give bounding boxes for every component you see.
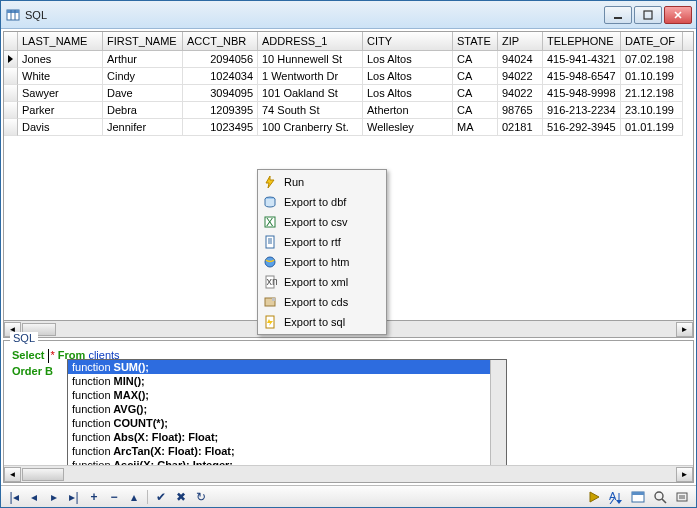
prev-record-button[interactable]: ◂ <box>25 489 43 505</box>
cell[interactable]: 98765 <box>498 102 543 119</box>
col-first-name[interactable]: FIRST_NAME <box>103 32 183 50</box>
menu-item[interactable]: Export to htm <box>260 252 384 272</box>
scroll-thumb[interactable] <box>22 468 64 481</box>
table-row[interactable]: ParkerDebra120939574 South StAthertonCA9… <box>4 102 693 119</box>
cell[interactable]: Parker <box>18 102 103 119</box>
cell[interactable]: 1023495 <box>183 119 258 136</box>
table-edit-icon[interactable] <box>628 488 648 506</box>
col-date[interactable]: DATE_OF <box>621 32 683 50</box>
last-record-button[interactable]: ▸| <box>65 489 83 505</box>
suggest-item[interactable]: function MIN(); <box>68 374 506 388</box>
col-zip[interactable]: ZIP <box>498 32 543 50</box>
cell[interactable]: Jones <box>18 51 103 68</box>
cell[interactable]: Cindy <box>103 68 183 85</box>
col-telephone[interactable]: TELEPHONE <box>543 32 621 50</box>
suggest-item[interactable]: function Abs(X: Float): Float; <box>68 430 506 444</box>
col-acct-nbr[interactable]: ACCT_NBR <box>183 32 258 50</box>
cell[interactable]: 02181 <box>498 119 543 136</box>
maximize-button[interactable] <box>634 6 662 24</box>
suggest-item[interactable]: function MAX(); <box>68 388 506 402</box>
cell[interactable]: 1209395 <box>183 102 258 119</box>
col-address[interactable]: ADDRESS_1 <box>258 32 363 50</box>
sort-asc-icon[interactable]: AZ <box>606 488 626 506</box>
cell[interactable]: Wellesley <box>363 119 453 136</box>
cell[interactable]: 01.10.199 <box>621 68 683 85</box>
cell[interactable]: Los Altos <box>363 68 453 85</box>
close-button[interactable] <box>664 6 692 24</box>
cell[interactable]: Jennifer <box>103 119 183 136</box>
menu-item[interactable]: Export to cds <box>260 292 384 312</box>
cell[interactable]: 74 South St <box>258 102 363 119</box>
col-state[interactable]: STATE <box>453 32 498 50</box>
refresh-button[interactable]: ↻ <box>192 489 210 505</box>
menu-item[interactable]: Export to rtf <box>260 232 384 252</box>
context-menu[interactable]: RunExport to dbfXExport to csvExport to … <box>257 169 387 335</box>
cell[interactable]: CA <box>453 68 498 85</box>
table-row[interactable]: DavisJennifer1023495100 Cranberry St.Wel… <box>4 119 693 136</box>
cell[interactable]: 101 Oakland St <box>258 85 363 102</box>
suggest-scrollbar[interactable] <box>490 360 506 465</box>
col-last-name[interactable]: LAST_NAME <box>18 32 103 50</box>
cancel-button[interactable]: ✖ <box>172 489 190 505</box>
menu-item[interactable]: xmlExport to xml <box>260 272 384 292</box>
cell[interactable]: 415-948-9998 <box>543 85 621 102</box>
post-button[interactable]: ✔ <box>152 489 170 505</box>
cell[interactable]: Arthur <box>103 51 183 68</box>
cell[interactable]: CA <box>453 51 498 68</box>
titlebar[interactable]: SQL <box>1 1 696 29</box>
col-city[interactable]: CITY <box>363 32 453 50</box>
cell[interactable]: 07.02.198 <box>621 51 683 68</box>
suggest-item[interactable]: function ArcTan(X: Float): Float; <box>68 444 506 458</box>
menu-item[interactable]: Export to dbf <box>260 192 384 212</box>
cell[interactable]: 916-213-2234 <box>543 102 621 119</box>
minimize-button[interactable] <box>604 6 632 24</box>
cell[interactable]: 415-941-4321 <box>543 51 621 68</box>
cell[interactable]: Debra <box>103 102 183 119</box>
cell[interactable]: 100 Cranberry St. <box>258 119 363 136</box>
table-row[interactable]: WhiteCindy10240341 Wentworth DrLos Altos… <box>4 68 693 85</box>
run-icon[interactable] <box>584 488 604 506</box>
next-record-button[interactable]: ▸ <box>45 489 63 505</box>
suggest-item[interactable]: function COUNT(*); <box>68 416 506 430</box>
suggest-item[interactable]: function SUM(); <box>68 360 506 374</box>
cell[interactable]: 94022 <box>498 68 543 85</box>
table-row[interactable]: JonesArthur209405610 Hunnewell StLos Alt… <box>4 51 693 68</box>
cell[interactable]: CA <box>453 102 498 119</box>
table-row[interactable]: SawyerDave3094095101 Oakland StLos Altos… <box>4 85 693 102</box>
delete-record-button[interactable]: − <box>105 489 123 505</box>
suggest-item[interactable]: function AVG(); <box>68 402 506 416</box>
sql-editor[interactable]: Select * From clients Order B function S… <box>4 341 693 465</box>
suggest-item[interactable]: function Ascii(X: Char): Integer; <box>68 458 506 465</box>
options-icon[interactable] <box>672 488 692 506</box>
cell[interactable]: 1024034 <box>183 68 258 85</box>
cell[interactable]: 23.10.199 <box>621 102 683 119</box>
menu-item[interactable]: Export to sql <box>260 312 384 332</box>
find-icon[interactable] <box>650 488 670 506</box>
cell[interactable]: White <box>18 68 103 85</box>
cell[interactable]: Atherton <box>363 102 453 119</box>
cell[interactable]: Sawyer <box>18 85 103 102</box>
cell[interactable]: Dave <box>103 85 183 102</box>
scroll-right-icon[interactable]: ► <box>676 322 693 337</box>
cell[interactable]: Davis <box>18 119 103 136</box>
cell[interactable]: 2094056 <box>183 51 258 68</box>
first-record-button[interactable]: |◂ <box>5 489 23 505</box>
cell[interactable]: CA <box>453 85 498 102</box>
cell[interactable]: 94024 <box>498 51 543 68</box>
cell[interactable]: 1 Wentworth Dr <box>258 68 363 85</box>
edit-record-button[interactable]: ▴ <box>125 489 143 505</box>
cell[interactable]: Los Altos <box>363 85 453 102</box>
cell[interactable]: 01.01.199 <box>621 119 683 136</box>
editor-hscroll[interactable]: ◄ ► <box>4 465 693 482</box>
menu-item[interactable]: XExport to csv <box>260 212 384 232</box>
insert-record-button[interactable]: + <box>85 489 103 505</box>
cell[interactable]: 21.12.198 <box>621 85 683 102</box>
cell[interactable]: Los Altos <box>363 51 453 68</box>
cell[interactable]: 94022 <box>498 85 543 102</box>
scroll-right-icon[interactable]: ► <box>676 467 693 482</box>
cell[interactable]: 10 Hunnewell St <box>258 51 363 68</box>
cell[interactable]: 516-292-3945 <box>543 119 621 136</box>
cell[interactable]: 415-948-6547 <box>543 68 621 85</box>
cell[interactable]: MA <box>453 119 498 136</box>
autocomplete-popup[interactable]: function SUM();function MIN();function M… <box>67 359 507 465</box>
